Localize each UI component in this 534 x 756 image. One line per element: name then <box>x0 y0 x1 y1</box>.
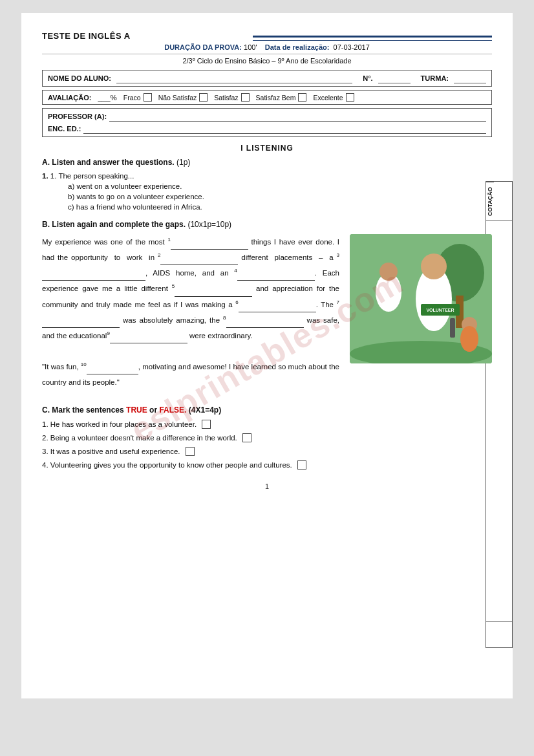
true-label: TRUE <box>126 405 147 415</box>
professor-label: PROFESSOR (A): <box>48 113 107 120</box>
satisfaz-checkbox[interactable] <box>241 93 250 102</box>
exam-title: TESTE DE INGLÊS A <box>42 31 131 41</box>
professor-box: PROFESSOR (A): ENC. ED.: <box>42 108 492 137</box>
gap-text-col: My experience was one of the most 1 thin… <box>42 234 339 396</box>
nome-line[interactable] <box>116 73 352 83</box>
tf-checkbox-3[interactable] <box>186 447 195 456</box>
nao-satisfaz-checkbox[interactable] <box>199 93 208 102</box>
gap-10[interactable] <box>87 365 138 374</box>
fraco-item: Fraco <box>123 93 152 102</box>
gap-6[interactable] <box>239 303 316 312</box>
nao-satisfaz-item: Não Satisfaz <box>158 93 208 102</box>
gap-3[interactable] <box>42 272 145 281</box>
tf-item-4: 4. Volunteering gives you the opportunit… <box>42 460 492 470</box>
q1-intro: 1. 1. The person speaking... <box>42 172 492 180</box>
tf-checkbox-1[interactable] <box>202 420 211 429</box>
volunteer-image: VOLUNTEER <box>350 234 492 363</box>
avaliacao-pct: ___% <box>98 94 116 102</box>
tf-item-2: 2. Being a volunteer doesn't make a diff… <box>42 433 492 442</box>
ciclo-line: 2/3º Ciclo do Ensino Básico – 9º Ano de … <box>42 57 492 65</box>
svg-rect-10 <box>450 318 455 338</box>
excelente-label: Excelente <box>313 94 343 102</box>
page-number: 1 <box>42 482 492 490</box>
turma-label: TURMA: <box>421 74 449 82</box>
excelente-item: Excelente <box>313 93 354 102</box>
section-b-title: B. Listen again and complete the gaps. (… <box>42 220 492 229</box>
duracao-line: DURAÇÃO DA PROVA: 100' Data de realizaçã… <box>42 43 492 54</box>
q1-a: a) went on a volunteer experience. <box>42 182 492 190</box>
satisfaz-bem-item: Satisfaz Bem <box>256 93 307 102</box>
tf-text-4: 4. Volunteering gives you the opportunit… <box>42 461 292 469</box>
nome-box: NOME DO ALUNO: N°. TURMA: <box>42 70 492 87</box>
svg-point-5 <box>379 263 398 281</box>
gap-4[interactable] <box>237 272 315 281</box>
nao-satisfaz-label: Não Satisfaz <box>158 94 197 102</box>
enc-line[interactable] <box>83 124 486 134</box>
satisfaz-label: Satisfaz <box>214 94 238 102</box>
duracao-value: 100' <box>244 43 257 51</box>
tf-checkbox-2[interactable] <box>242 433 251 442</box>
enc-row: ENC. ED.: <box>48 124 486 134</box>
professor-line[interactable] <box>109 111 486 122</box>
content-with-image: My experience was one of the most 1 thin… <box>42 234 492 396</box>
duracao-label: DURAÇÃO DA PROVA: <box>164 43 242 51</box>
exam-page: eslprintables.com TESTE DE INGLÊS A DURA… <box>21 13 513 698</box>
svg-point-12 <box>460 326 478 352</box>
gap-5[interactable] <box>175 288 252 297</box>
header-line-thin <box>253 40 492 41</box>
professor-row: PROFESSOR (A): <box>48 111 486 122</box>
gap-fill-text: My experience was one of the most 1 thin… <box>42 234 339 390</box>
avaliacao-label: AVALIAÇÃO: <box>48 94 91 102</box>
q1-c: c) has a friend who volunteered in Afric… <box>42 203 492 211</box>
tf-item-1: 1. He has worked in four places as a vol… <box>42 420 492 429</box>
gap-1[interactable] <box>171 241 248 250</box>
data-label: Data de realização: <box>265 43 330 51</box>
q1-num: 1. <box>42 172 48 180</box>
tf-text-1: 1. He has worked in four places as a vol… <box>42 420 197 428</box>
tf-checkbox-4[interactable] <box>297 460 306 470</box>
cotacao-box-2 <box>486 621 512 647</box>
fraco-checkbox[interactable] <box>144 93 152 102</box>
image-svg: VOLUNTEER <box>350 234 492 363</box>
section-c: C. Mark the sentences TRUE or FALSE. (4X… <box>42 405 492 470</box>
section-b: B. Listen again and complete the gaps. (… <box>42 220 492 396</box>
gap-2[interactable] <box>160 256 238 265</box>
header-line-thick <box>253 36 492 38</box>
section-a-title: A. Listen and answer the questions. (1p) <box>42 158 492 167</box>
tf-text-3: 3. It was a positive and useful experien… <box>42 448 180 455</box>
q1-b: b) wants to go on a volunteer experience… <box>42 193 492 200</box>
false-label: FALSE. <box>159 405 186 415</box>
q1-intro-text: 1. The person speaking... <box>50 172 134 180</box>
satisfaz-bem-label: Satisfaz Bem <box>256 94 296 102</box>
tf-text-2: 2. Being a volunteer doesn't make a diff… <box>42 434 237 442</box>
avaliacao-box: AVALIAÇÃO: ___% Fraco Não Satisfaz Satis… <box>42 90 492 105</box>
gap-7[interactable] <box>42 319 120 328</box>
fraco-label: Fraco <box>123 94 141 102</box>
header-lines <box>253 36 492 41</box>
data-value: 07-03-2017 <box>334 43 370 51</box>
n-line[interactable] <box>378 73 411 83</box>
nome-label: NOME DO ALUNO: <box>48 74 111 82</box>
header-top: TESTE DE INGLÊS A <box>42 31 492 41</box>
avaliacao-row: AVALIAÇÃO: ___% Fraco Não Satisfaz Satis… <box>48 93 486 102</box>
listening-header: I LISTENING <box>42 144 492 153</box>
gap-9[interactable] <box>110 334 187 343</box>
tf-item-3: 3. It was a positive and useful experien… <box>42 447 492 456</box>
svg-point-7 <box>421 254 447 279</box>
gap-8[interactable] <box>226 319 304 328</box>
nome-row: NOME DO ALUNO: N°. TURMA: <box>48 73 486 83</box>
svg-text:VOLUNTEER: VOLUNTEER <box>426 308 454 312</box>
satisfaz-bem-checkbox[interactable] <box>298 93 306 102</box>
n-label: N°. <box>363 74 372 82</box>
excelente-checkbox[interactable] <box>346 93 354 102</box>
section-a: A. Listen and answer the questions. (1p)… <box>42 158 492 211</box>
section-c-title: C. Mark the sentences TRUE or FALSE. (4X… <box>42 405 492 415</box>
turma-line[interactable] <box>454 73 486 83</box>
enc-label: ENC. ED.: <box>48 125 81 133</box>
satisfaz-item: Satisfaz <box>214 93 249 102</box>
cotacao-header: COTAÇÃO <box>486 182 494 221</box>
